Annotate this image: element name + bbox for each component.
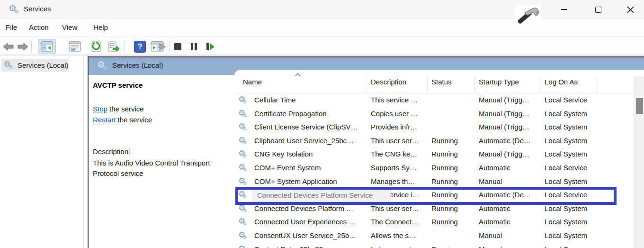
table-row[interactable]: ⚙⚙Client License Service (ClipSV…Provide… — [234, 121, 634, 135]
restart-icon — [206, 43, 215, 51]
column-header-name[interactable]: Name — [243, 78, 262, 86]
cell-logon: Local System — [545, 150, 599, 158]
name-tooltip: Connected Devices Platform Service — [252, 189, 391, 202]
table-row[interactable]: ⚙⚙Connected User Experiences …The Connec… — [234, 216, 634, 230]
table-row[interactable]: ⚙⚙Certificate PropagationCopies user …Ma… — [234, 108, 634, 121]
export-list-button[interactable] — [107, 39, 121, 54]
properties-icon — [69, 41, 81, 52]
service-gear-icon: ⚙⚙ — [238, 163, 250, 175]
stop-service-line: Stop the service — [93, 105, 144, 113]
menu-help[interactable]: Help — [93, 23, 108, 31]
cell-status: Running — [431, 204, 473, 212]
table-row[interactable]: ⚙⚙Connected Devices Platform …This user … — [234, 203, 634, 216]
services-gear-icon: ⚙⚙ — [9, 4, 21, 16]
column-header-startup-type[interactable]: Startup Type — [479, 78, 519, 86]
refresh-button[interactable] — [89, 39, 103, 54]
column-header-status[interactable]: Status — [431, 78, 452, 86]
menu-view[interactable]: View — [62, 23, 77, 31]
cell-name: Clipboard User Service_25bc… — [254, 137, 367, 145]
properties-button[interactable] — [68, 39, 82, 54]
maximize-button[interactable] — [587, 0, 609, 19]
services-window: ⚙⚙ Services File Action View Help — [0, 0, 644, 248]
restart-service-button[interactable] — [204, 39, 217, 54]
hammer-cursor-icon — [515, 5, 541, 27]
minimize-icon — [561, 9, 567, 10]
cell-name: CNG Key Isolation — [254, 150, 367, 158]
table-row[interactable]: ⚙⚙Clipboard User Service_25bc…This user … — [234, 135, 634, 148]
stop-service-button[interactable] — [171, 39, 184, 54]
sort-ascending-icon — [295, 73, 301, 76]
show-console-tree-button[interactable] — [38, 39, 56, 54]
tree-item-services-local[interactable]: ⚙⚙ Services (Local) — [1, 59, 69, 72]
cell-logon: Local Service — [545, 96, 599, 104]
cell-name: Certificate Propagation — [254, 110, 367, 118]
menu-file[interactable]: File — [6, 23, 17, 31]
pause-icon — [190, 43, 197, 51]
selected-service-title: AVCTP service — [93, 81, 143, 89]
table-row[interactable]: ⚙⚙COM+ Event SystemSupports Sy…RunningAu… — [234, 162, 634, 175]
cell-startup: Automatic — [479, 204, 539, 212]
help-button[interactable]: ? — [133, 39, 147, 54]
back-icon — [3, 43, 14, 51]
cell-description: This user ser… — [371, 137, 427, 145]
table-row[interactable]: ⚙⚙Contact Data_25bc55Indexes cont…Runnin… — [234, 244, 634, 248]
cell-name: COM+ Event System — [254, 164, 367, 172]
restart-link-rest: the service — [116, 116, 152, 124]
export-list-icon — [107, 41, 120, 52]
close-button[interactable] — [619, 0, 641, 19]
back-button[interactable] — [2, 39, 15, 54]
cell-startup: Manual (Trigg… — [479, 96, 539, 104]
service-gear-icon: ⚙⚙ — [238, 190, 250, 202]
cell-description: This user ser… — [371, 204, 427, 212]
stop-icon — [174, 43, 182, 51]
column-header-log-on-as[interactable]: Log On As — [545, 78, 578, 86]
cell-description: Manages th… — [371, 177, 427, 185]
minimize-button[interactable] — [553, 0, 575, 19]
cell-startup: Automatic (De… — [479, 191, 539, 199]
table-row[interactable]: ⚙⚙COM+ System ApplicationManages th…Runn… — [234, 176, 634, 189]
close-icon — [627, 6, 634, 13]
service-gear-icon: ⚙⚙ — [238, 95, 250, 107]
services-gear-icon: ⚙⚙ — [97, 60, 109, 73]
menu-action[interactable]: Action — [29, 23, 49, 31]
console-tree-icon — [41, 41, 53, 52]
restart-link[interactable]: Restart — [93, 116, 116, 124]
scrollbar-thumb[interactable] — [636, 98, 643, 114]
cell-description: Provides infr… — [371, 123, 427, 131]
service-gear-icon: ⚙⚙ — [238, 204, 250, 215]
service-gear-icon: ⚙⚙ — [238, 109, 250, 120]
cell-logon: Local Service — [545, 164, 599, 172]
cell-logon: Local System — [545, 110, 599, 118]
panel-header-title: Services (Local) — [112, 61, 163, 69]
help-icon: ? — [134, 41, 146, 53]
start-service-button[interactable] — [156, 39, 169, 54]
menu-bar: File Action View Help — [0, 19, 644, 37]
toolbar: ? — [0, 37, 644, 55]
maximize-icon — [595, 7, 601, 13]
stop-link[interactable]: Stop — [93, 105, 107, 113]
restart-service-line: Restart the service — [93, 116, 152, 124]
cell-startup: Manual — [479, 231, 539, 239]
forward-button[interactable] — [16, 39, 29, 54]
cell-logon: Local S… — [545, 245, 599, 248]
cell-name: Connected User Experiences … — [254, 218, 367, 226]
cell-name: Connected Devices Platform … — [254, 204, 367, 212]
table-row[interactable]: ⚙⚙Cellular TimeThis service …Manual (Tri… — [234, 94, 634, 108]
table-row[interactable]: ⚙⚙CNG Key IsolationThe CNG ke…RunningMan… — [234, 148, 634, 162]
refresh-icon — [90, 41, 102, 52]
cell-status: Running — [431, 245, 473, 248]
tree-item-label: Services (Local) — [18, 61, 69, 69]
cell-logon: Local System — [545, 177, 599, 185]
table-row[interactable]: ⚙⚙ConsentUX User Service_25b…Allows the … — [234, 230, 634, 243]
cell-description: Allows the s… — [371, 231, 427, 239]
column-header-description[interactable]: Description — [371, 78, 406, 86]
description-label: Description: — [93, 147, 130, 156]
service-gear-icon: ⚙⚙ — [238, 177, 250, 188]
description-text: This is Audio Video Control Transport Pr… — [93, 158, 238, 179]
pause-service-button[interactable] — [188, 39, 200, 54]
cell-startup: Manual — [479, 245, 539, 248]
cell-status: Running — [431, 177, 473, 185]
vertical-scrollbar[interactable] — [634, 76, 644, 248]
cell-name: ConsentUX User Service_25b… — [254, 231, 367, 239]
cell-startup: Automatic — [479, 164, 539, 172]
